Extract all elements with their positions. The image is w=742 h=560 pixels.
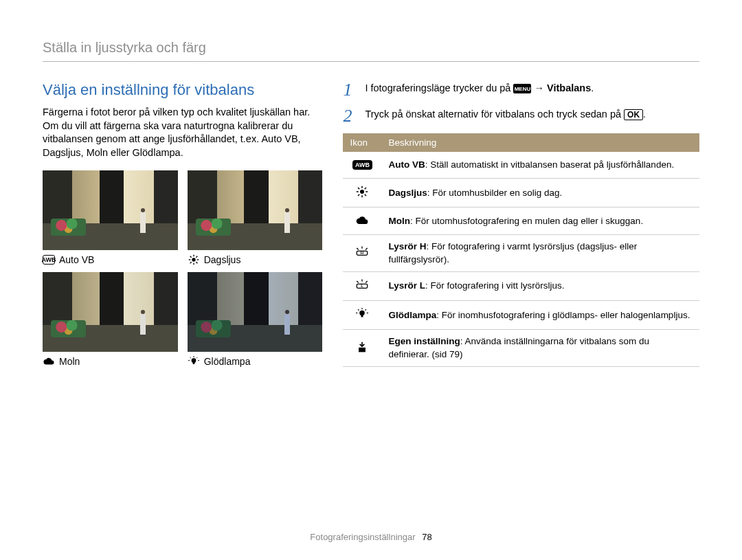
svg-text:L: L <box>361 284 364 288</box>
row-day-desc: : För utomhusbilder en solig dag. <box>427 188 563 198</box>
svg-line-5 <box>190 256 191 258</box>
thumb-daylight: Dagsljus <box>188 170 323 265</box>
thumb-label-bulb: Glödlampa <box>204 356 251 367</box>
footer-section: Fotograferingsinställningar <box>310 532 415 542</box>
thumb-image-day <box>188 170 323 250</box>
fluorescent-h-icon: H <box>352 245 372 260</box>
row-flul-desc: : För fotografering i vitt lysrörsljus. <box>425 280 565 291</box>
svg-line-15 <box>196 357 197 358</box>
left-column: Välja en inställning för vitbalans Färge… <box>43 81 322 367</box>
table-row: Moln: För utomhusfotografering en mulen … <box>343 208 699 235</box>
custom-icon <box>352 339 372 355</box>
svg-text:H: H <box>361 251 363 255</box>
row-flul-name: Lysrör L <box>388 280 425 291</box>
svg-line-27 <box>366 248 368 250</box>
section-intro: Färgerna i fotot beror på vilken typ och… <box>43 106 322 159</box>
step-2-suffix: . <box>643 109 646 120</box>
awb-icon: AWB <box>352 160 372 170</box>
section-title: Välja en inställning för vitbalans <box>43 81 322 99</box>
svg-line-21 <box>358 188 359 189</box>
table-row: Egen inställning: Använda inställningarn… <box>343 330 699 366</box>
svg-line-7 <box>196 256 197 258</box>
step-2-prefix: Tryck på önskat alternativ för vitbalans… <box>365 109 624 120</box>
row-fluh-desc: : För fotografering i varmt lysrörsljus … <box>388 241 637 264</box>
step-2: 2 Tryck på önskat alternativ för vitbala… <box>343 107 699 125</box>
awb-icon: AWB <box>43 255 55 265</box>
menu-icon: MENU <box>513 84 531 93</box>
bulb-icon <box>352 306 372 322</box>
ok-icon: OK <box>624 109 643 120</box>
thumb-cloudy: Moln <box>43 272 178 367</box>
thumb-label-auto: Auto VB <box>59 254 94 265</box>
thumb-label-cloud: Moln <box>59 356 80 367</box>
page-footer: Fotograferingsinställningar 78 <box>0 532 742 542</box>
thumb-image-auto <box>43 170 178 250</box>
table-row: Dagsljus: För utomhusbilder en solig dag… <box>343 179 699 208</box>
thumb-image-bulb <box>188 272 323 352</box>
svg-line-32 <box>366 281 368 283</box>
row-cloud-name: Moln <box>388 216 410 226</box>
row-fluh-name: Lysrör H <box>388 241 426 251</box>
step-1: 1 I fotograferingsläge trycker du på MEN… <box>343 81 699 99</box>
svg-line-22 <box>365 194 366 196</box>
bulb-icon <box>188 357 200 366</box>
header-divider <box>43 61 699 62</box>
row-cloud-desc: : För utomhusfotografering en mulen dag … <box>410 216 643 226</box>
footer-page-number: 78 <box>422 532 431 542</box>
cloud-icon <box>352 213 372 228</box>
svg-rect-42 <box>359 348 366 352</box>
thumb-tungsten: Glödlampa <box>188 272 323 367</box>
step-1-suffix: . <box>591 82 594 93</box>
icon-description-table: Ikon Beskrivning AWB Auto VB: Ställ auto… <box>343 133 699 367</box>
thumb-image-cloud <box>43 272 178 352</box>
table-row: Glödlampa: För inomhusfotografering i gl… <box>343 301 699 330</box>
svg-line-23 <box>365 188 366 189</box>
svg-line-26 <box>357 248 359 250</box>
thumb-auto-vb: AWB Auto VB <box>43 170 178 265</box>
svg-rect-10 <box>192 363 194 365</box>
thumb-label-day: Dagsljus <box>204 254 241 265</box>
table-head-icon: Ikon <box>343 133 381 152</box>
row-auto-name: Auto VB <box>388 159 425 170</box>
fluorescent-l-icon: L <box>352 278 372 293</box>
row-auto-desc: : Ställ automatiskt in vitbalansen baser… <box>425 159 674 170</box>
svg-line-14 <box>190 357 190 358</box>
svg-point-0 <box>192 258 195 262</box>
table-row: H Lysrör H: För fotografering i varmt ly… <box>343 235 699 271</box>
table-row: AWB Auto VB: Ställ automatiskt in vitbal… <box>343 152 699 179</box>
svg-line-31 <box>357 281 359 283</box>
row-day-name: Dagsljus <box>388 188 427 198</box>
step-2-number: 2 <box>343 107 358 125</box>
svg-rect-36 <box>361 315 363 317</box>
svg-line-40 <box>358 309 359 311</box>
step-1-prefix: I fotograferingsläge trycker du på <box>365 82 513 93</box>
step-1-target: Vitbalans <box>547 82 591 93</box>
arrow-icon: → <box>534 82 547 93</box>
svg-point-9 <box>191 359 196 363</box>
breadcrumb: Ställa in ljusstyrka och färg <box>43 40 699 61</box>
table-head-desc: Beskrivning <box>381 133 699 152</box>
step-1-number: 1 <box>343 81 358 99</box>
svg-line-41 <box>366 309 367 311</box>
svg-point-16 <box>360 190 364 194</box>
sun-icon <box>352 184 372 199</box>
svg-line-24 <box>358 194 359 196</box>
sun-icon <box>188 255 200 265</box>
svg-point-35 <box>360 311 366 316</box>
table-row: L Lysrör L: För fotografering i vitt lys… <box>343 271 699 300</box>
svg-line-6 <box>196 262 197 264</box>
thumbnail-grid: AWB Auto VB Dagsljus <box>43 170 322 367</box>
right-column: 1 I fotograferingsläge trycker du på MEN… <box>343 81 699 367</box>
row-bulb-name: Glödlampa <box>388 310 436 320</box>
cloud-icon <box>43 357 55 366</box>
row-custom-name: Egen inställning <box>388 336 460 346</box>
svg-line-8 <box>190 262 191 264</box>
row-bulb-desc: : För inomhusfotografering i glödlamps- … <box>436 310 690 320</box>
